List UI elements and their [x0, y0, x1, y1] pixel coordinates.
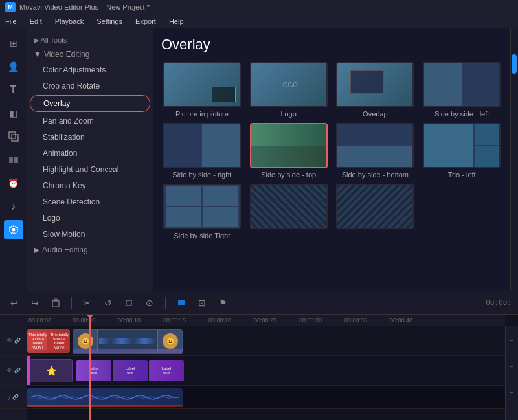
overlay-side-right[interactable]: Side by side - right	[161, 123, 243, 179]
time-mark-40: 00:00:40	[390, 317, 412, 324]
sidebar-item-color-adjustments[interactable]: Color Adjustments	[30, 62, 150, 78]
video-editing-section[interactable]: ▼ Video Editing	[27, 47, 153, 61]
time-mark-15: 00:00:15	[163, 317, 186, 324]
delete-button[interactable]	[48, 295, 63, 311]
overlay-trio-left[interactable]: Trio - left	[421, 123, 502, 179]
menu-export[interactable]: Export	[133, 16, 159, 27]
overlay-overlap[interactable]: Overlap	[335, 62, 416, 118]
layers-button[interactable]	[174, 295, 189, 311]
time-ruler: 00:00:00 00:00:05 00:00:10 00:00:15 00:0…	[27, 315, 505, 326]
overlay-logo[interactable]: Logo	[248, 62, 330, 118]
tool-overlay-nav[interactable]	[4, 127, 23, 146]
overlay-diag1-thumb	[250, 184, 328, 229]
sidebar-item-overlay[interactable]: Overlay	[30, 95, 150, 112]
overlay-side-top[interactable]: Side by side - top	[248, 123, 330, 179]
sidebar-item-logo[interactable]: Logo	[30, 210, 150, 226]
sidebar-item-scene-detection[interactable]: Scene Detection	[30, 194, 150, 210]
right-panel	[510, 28, 518, 291]
sidebar-item-chroma-key[interactable]: Chroma Key	[30, 178, 150, 193]
overlay-tight[interactable]: Side by side Tight	[161, 184, 243, 239]
app-title: Movavi Video Editor Plus – New Project *	[19, 3, 150, 11]
title-bar: M Movavi Video Editor Plus – New Project…	[0, 0, 518, 14]
overlay-diag2[interactable]	[335, 184, 416, 239]
video-editing-arrow: ▼	[34, 50, 41, 59]
rotate-button[interactable]: ↺	[100, 295, 116, 311]
track1-eye-icon[interactable]: 👁	[6, 337, 13, 344]
menu-help[interactable]: Help	[166, 16, 186, 27]
svg-rect-0	[9, 132, 16, 138]
overlay-tight-label: Side by side Tight	[174, 232, 230, 239]
track1-side-icon[interactable]: +	[506, 329, 518, 352]
sidebar-item-animation[interactable]: Animation	[30, 146, 150, 161]
timeline-toolbar: ↩ ↪ ✂ ↺ ⊙ ⊡ ⚑ 00:00:	[0, 291, 518, 315]
overlay-overlap-thumb	[336, 62, 414, 107]
overlay-side-bottom-label: Side by side - bottom	[342, 171, 409, 179]
track3-music-icon[interactable]: ♪	[8, 393, 12, 401]
overlay-side-top-label: Side by side - top	[261, 171, 316, 179]
overlay-grid: Picture in picture Logo Overlap	[161, 62, 502, 239]
track2-chain-icon[interactable]: 🔗	[14, 368, 21, 373]
track2-side-icon[interactable]: +	[506, 355, 518, 378]
flag-button[interactable]: ⚑	[215, 295, 231, 311]
track1-row: This totallygives abetter WHY! This tota…	[27, 326, 505, 356]
sidebar-item-stabilization[interactable]: Stabilization	[30, 129, 150, 145]
time-mark-10: 00:00:10	[118, 317, 141, 324]
tool-filter[interactable]: ◧	[4, 104, 23, 123]
tool-settings[interactable]	[4, 220, 23, 239]
all-tools-section[interactable]: ▶ All Tools	[27, 34, 153, 47]
audio-track-line	[27, 405, 183, 407]
menu-playback[interactable]: Playback	[52, 16, 87, 27]
all-tools-label: ▶ All Tools	[34, 36, 67, 45]
playhead[interactable]	[89, 315, 91, 420]
tool-import[interactable]: ⊞	[4, 34, 23, 53]
track3-side-icon[interactable]: +	[506, 381, 518, 404]
sidebar-item-highlight-conceal[interactable]: Highlight and Conceal	[30, 162, 150, 177]
tool-timer[interactable]: ⏰	[4, 173, 23, 193]
sidebar-item-crop-rotate[interactable]: Crop and Rotate	[30, 78, 150, 94]
svg-rect-7	[54, 299, 57, 300]
audio-editing-section[interactable]: ▶ Audio Editing	[27, 243, 153, 257]
cut-button[interactable]: ✂	[80, 295, 95, 311]
time-mark-30: 00:00:30	[299, 317, 322, 324]
tool-music[interactable]: ♪	[4, 197, 23, 216]
overlay-side-right-label: Side by side - right	[172, 171, 231, 179]
overlay-pip-label: Picture in picture	[175, 110, 229, 118]
undo-button[interactable]: ↩	[6, 295, 22, 311]
menu-edit[interactable]: Edit	[27, 16, 45, 27]
track2-clip1[interactable]: ⭐	[30, 359, 73, 382]
sidebar-item-pan-zoom[interactable]: Pan and Zoom	[30, 113, 150, 129]
track2-clip2[interactable]: Labeltext Labeltext Labeltext	[75, 359, 185, 382]
crop-button[interactable]	[121, 295, 137, 311]
scrollbar-thumb[interactable]	[512, 54, 517, 74]
sidebar-item-slow-motion[interactable]: Slow Motion	[30, 227, 150, 242]
time-mark-20: 00:00:20	[208, 317, 231, 324]
content-title: Overlay	[161, 36, 502, 53]
overlay-side-bottom[interactable]: Side by side - bottom	[335, 123, 416, 179]
track2-eye-icon[interactable]: 👁	[6, 367, 13, 374]
left-toolbar: ⊞ 👤 T ◧ ⏰ ♪	[0, 28, 27, 291]
menu-file[interactable]: File	[3, 16, 19, 27]
track1-lock-icon[interactable]: 🔗	[14, 338, 21, 344]
menu-bar: File Edit Playback Settings Export Help	[0, 14, 518, 28]
overlay-side-right-thumb	[163, 123, 241, 168]
svg-rect-8	[126, 300, 131, 305]
subtitle-button[interactable]: ⊡	[194, 295, 210, 311]
overlay-tight-thumb	[163, 184, 241, 229]
tool-transition[interactable]	[4, 150, 23, 170]
overlay-pip[interactable]: Picture in picture	[161, 62, 243, 118]
track-controls: 👁 🔗 👁 🔗 ♪ 🔗	[0, 315, 27, 420]
timeline-side-icons: + + +	[505, 326, 518, 420]
track1-clip1[interactable]: This totallygives abetter WHY! This tota…	[27, 329, 70, 353]
overlay-side-left[interactable]: Side by side - left	[421, 62, 502, 118]
tool-text[interactable]: T	[4, 80, 23, 100]
sidebar: ▶ All Tools ▼ Video Editing Color Adjust…	[27, 28, 153, 291]
track3-audio-clip[interactable]	[27, 388, 183, 406]
overlay-diag1[interactable]	[248, 184, 330, 239]
menu-settings[interactable]: Settings	[94, 16, 125, 27]
track3-chain-icon[interactable]: 🔗	[12, 394, 19, 400]
overlay-overlap-label: Overlap	[363, 110, 388, 118]
properties-button[interactable]: ⊙	[142, 295, 157, 311]
redo-button[interactable]: ↪	[27, 295, 43, 311]
tool-person[interactable]: 👤	[4, 57, 23, 76]
track2-row: ⭐ Labeltext Labeltext Labeltext	[27, 356, 505, 386]
